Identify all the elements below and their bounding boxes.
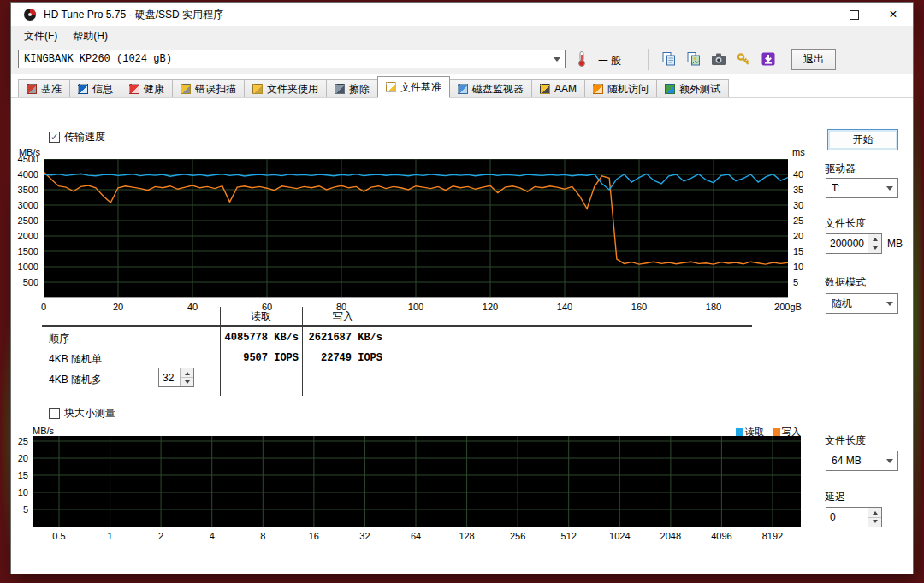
maximize-icon — [850, 10, 859, 20]
spin-down-icon[interactable] — [868, 518, 881, 527]
y2-axis-unit: ms — [792, 147, 805, 157]
file-length2-value: 64 MB — [826, 453, 882, 468]
spin-up-icon[interactable] — [868, 234, 881, 244]
tick-label: 64 — [390, 531, 441, 541]
data-mode-value: 随机 — [826, 295, 882, 313]
latency-spinner[interactable]: 0 — [826, 507, 882, 527]
random-single-read-value: 9507 IOPS — [222, 352, 299, 364]
copy-text-icon[interactable] — [658, 49, 680, 69]
tick-label: 40 — [167, 302, 218, 312]
toolbar-icon-buttons — [658, 49, 779, 69]
tick-label: 8 — [237, 531, 288, 541]
tick-label: 4000 — [0, 169, 38, 180]
exit-button[interactable]: 退出 — [791, 49, 836, 70]
y-axis-unit: MB/s — [33, 426, 54, 436]
tab-folder-usage[interactable]: 文件夹使用 — [244, 80, 327, 97]
maximize-button[interactable] — [834, 3, 874, 26]
tab-disk-monitor[interactable]: 磁盘监视器 — [449, 80, 532, 97]
tab-random-access[interactable]: 随机访问 — [584, 80, 657, 97]
data-mode-dropdown[interactable]: 随机 — [826, 293, 898, 314]
file-length2-dropdown[interactable]: 64 MB — [826, 450, 898, 471]
tick-label: 15 — [793, 246, 827, 256]
drive-selector[interactable]: KINGBANK KP260 (1024 gB) — [18, 50, 566, 68]
spin-up-icon[interactable] — [868, 508, 881, 518]
tab-health[interactable]: 健康 — [121, 80, 173, 97]
minimize-button[interactable] — [795, 3, 834, 26]
desktop-background: HD Tune Pro 5.75 - 硬盘/SSD 实用程序 文件(F) 帮助(… — [0, 0, 924, 583]
tick-label: 32 — [339, 531, 390, 541]
tick-label: 20 — [793, 231, 827, 241]
latency-value: 0 — [826, 509, 868, 525]
app-window: HD Tune Pro 5.75 - 硬盘/SSD 实用程序 文件(F) 帮助(… — [10, 2, 914, 574]
tick-label: 140 — [539, 302, 590, 312]
tab-label: AAM — [554, 83, 577, 95]
window-title: HD Tune Pro 5.75 - 硬盘/SSD 实用程序 — [44, 8, 223, 22]
tick-label: 30 — [793, 200, 827, 210]
close-button[interactable] — [874, 3, 913, 26]
erase-icon — [335, 84, 345, 94]
chevron-down-icon — [882, 179, 897, 197]
tick-label: 128 — [441, 531, 493, 541]
tick-label: 2000 — [0, 231, 38, 241]
tab-erase[interactable]: 擦除 — [326, 80, 378, 97]
tick-label: 1000 — [0, 262, 38, 272]
save-results-icon[interactable] — [757, 49, 779, 69]
tab-aam[interactable]: AAM — [531, 80, 585, 97]
table-divider — [302, 307, 303, 396]
menu-help[interactable]: 帮助(H) — [65, 27, 116, 45]
tick-label: 35 — [793, 185, 827, 195]
tab-benchmark[interactable]: 基准 — [18, 80, 70, 97]
read-color-swatch — [736, 428, 743, 436]
tab-label: 额外测试 — [679, 82, 720, 97]
queue-depth-spinner[interactable]: 32 — [158, 368, 194, 387]
toolbar: KINGBANK KP260 (1024 gB) 一 般 退出 — [11, 45, 913, 74]
tick-label: 40 — [793, 169, 827, 180]
chevron-down-icon — [882, 294, 897, 313]
queue-depth-value: 32 — [159, 370, 180, 386]
tick-label: 60 — [241, 302, 293, 312]
file-benchmark-panel: ✓ 传输速度 MB/s ms 开始 驱动器 T: 文件长度 200000 MB … — [11, 98, 913, 573]
row-label-4kb-multi: 4KB 随机多 — [49, 373, 102, 387]
tick-label: 3500 — [0, 185, 38, 195]
screenshot-icon[interactable] — [708, 49, 730, 69]
start-button[interactable]: 开始 — [827, 129, 898, 150]
copy-image-icon[interactable] — [683, 49, 705, 69]
speaker-icon — [540, 84, 550, 94]
info-icon — [78, 84, 88, 94]
license-key-icon[interactable] — [732, 49, 755, 69]
block-size-checkbox[interactable]: 块大小测量 — [49, 406, 116, 421]
benchmark-icon — [27, 84, 37, 94]
tick-label: 20 — [0, 453, 28, 463]
transfer-speed-chart — [44, 159, 788, 298]
tick-label: 16 — [288, 531, 340, 541]
data-mode-label: 数据模式 — [825, 275, 866, 290]
tick-label: 120 — [465, 302, 516, 312]
drive-selector-value: KINGBANK KP260 (1024 gB) — [19, 51, 549, 67]
tab-label: 文件夹使用 — [267, 82, 318, 97]
file-length-label: 文件长度 — [825, 216, 866, 231]
block-size-chart — [33, 436, 801, 527]
spin-down-icon[interactable] — [868, 244, 881, 254]
tick-label: 1 — [85, 531, 136, 541]
tick-label: 2500 — [0, 215, 38, 226]
tab-file-benchmark[interactable]: 文件基准 — [377, 76, 450, 98]
latency-label: 延迟 — [825, 490, 845, 504]
file-length2-label: 文件长度 — [825, 433, 866, 448]
checkbox-label: 块大小测量 — [64, 406, 116, 421]
tab-label: 信息 — [92, 82, 113, 97]
spin-up-icon[interactable] — [181, 368, 193, 378]
tick-label: 10 — [793, 262, 827, 272]
drive-dropdown[interactable]: T: — [826, 178, 898, 198]
tick-label: 20 — [92, 302, 144, 312]
title-bar: HD Tune Pro 5.75 - 硬盘/SSD 实用程序 — [11, 3, 913, 26]
random-access-icon — [593, 84, 603, 94]
spin-down-icon[interactable] — [181, 378, 193, 386]
file-length-unit: MB — [887, 238, 903, 250]
tab-extra-tests[interactable]: 额外测试 — [656, 80, 729, 97]
menu-file[interactable]: 文件(F) — [16, 27, 65, 45]
transfer-speed-checkbox[interactable]: ✓ 传输速度 — [49, 130, 105, 144]
drive-dropdown-value: T: — [826, 180, 882, 196]
tab-error-scan[interactable]: 错误扫描 — [172, 80, 245, 97]
tab-info[interactable]: 信息 — [69, 80, 121, 97]
file-length-spinner[interactable]: 200000 — [826, 233, 882, 254]
